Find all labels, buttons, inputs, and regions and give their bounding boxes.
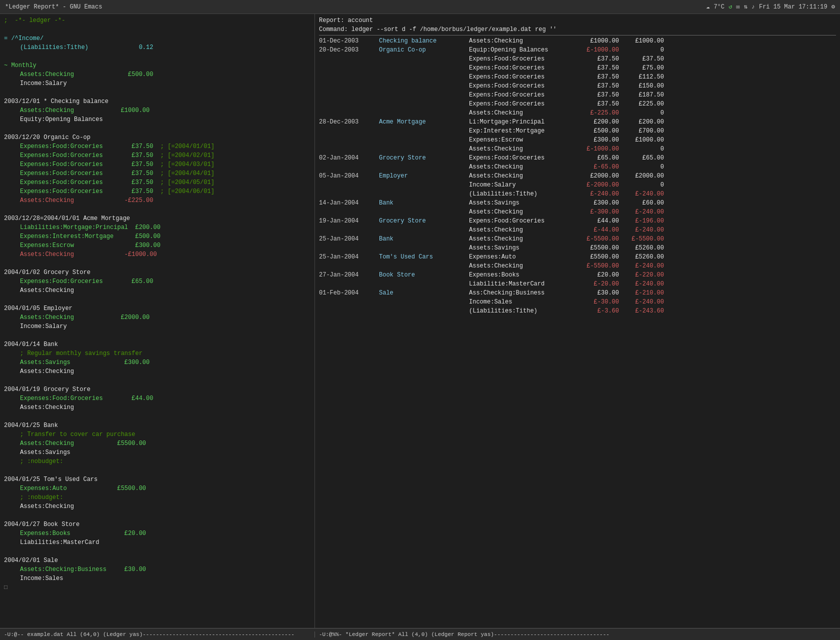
line-books-20: Expenses:Books £20.00 — [4, 529, 310, 538]
table-row: Income:Sales £-30.00 £-240.00 — [319, 298, 836, 306]
table-row: Assets:Savings £5500.00 £5260.00 — [319, 244, 836, 252]
left-pane[interactable]: ; -*- ledger -*- = /^Income/ (Liabilitie… — [0, 14, 315, 628]
line-checking-2000: Assets:Checking £2000.00 — [4, 313, 310, 322]
spacer-6 — [4, 259, 310, 268]
spacer-3 — [4, 88, 310, 97]
line-2004-02-01: 2004/02/01 Sale — [4, 556, 310, 565]
table-row: (Liabilities:Tithe) £-240.00 £-240.00 — [319, 190, 836, 198]
table-row: Expens:Food:Groceries £37.50 £150.00 — [319, 82, 836, 90]
line-2004-01-02: 2004/01/02 Grocery Store — [4, 268, 310, 277]
line-checking-5500: Assets:Checking £5500.00 — [4, 439, 310, 448]
line-checking-1000: Assets:Checking -£1000.00 — [4, 250, 310, 259]
spacer-8 — [4, 331, 310, 340]
line-2003-12-01: 2003/12/01 * Checking balance — [4, 97, 310, 106]
report-divider — [319, 35, 836, 36]
spacer-12 — [4, 511, 310, 520]
mail-icon[interactable]: ✉ — [736, 3, 740, 10]
right-pane[interactable]: Report: account Command: ledger --sort d… — [315, 14, 840, 628]
line-savings-300: Assets:Savings £300.00 — [4, 358, 310, 367]
report-header-command: Command: ledger --sort d -f /home/borbus… — [319, 25, 836, 34]
statusbar-left-text: -U:@-- example.dat All (64,0) (Ledger ya… — [4, 632, 294, 638]
spacer-11 — [4, 466, 310, 475]
line-monthly: ~ Monthly — [4, 61, 310, 70]
volume-icon[interactable]: ♪ — [752, 4, 755, 10]
spacer-5 — [4, 205, 310, 214]
line-2004-01-25-cars: 2004/01/25 Tom's Used Cars — [4, 475, 310, 484]
line-2004-01-25-bank: 2004/01/25 Bank — [4, 421, 310, 430]
line-groceries-2: Expenses:Food:Groceries £37.50 ; [=2004/… — [4, 151, 310, 160]
settings-icon[interactable]: ⚙ — [832, 3, 835, 10]
spacer-1 — [4, 25, 310, 34]
line-groceries-44: Expenses:Food:Groceries £44.00 — [4, 394, 310, 403]
line-groceries-4: Expenses:Food:Groceries £37.50 ; [=2004/… — [4, 169, 310, 178]
line-2004-01-05: 2004/01/05 Employer — [4, 304, 310, 313]
table-row: 01-Dec-2003 Checking balance Assets:Chec… — [319, 36, 836, 46]
table-row: 25-Jan-2004 Tom's Used Cars Expenses:Aut… — [319, 252, 836, 262]
line-checking-3: Assets:Checking — [4, 367, 310, 376]
line-groceries-5: Expenses:Food:Groceries £37.50 ; [=2004/… — [4, 178, 310, 187]
line-mortgage-principal: Liabilities:Mortgage:Principal £200.00 — [4, 223, 310, 232]
line-2003-12-20: 2003/12/20 Organic Co-op — [4, 133, 310, 142]
table-row: 05-Jan-2004 Employer Assets:Checking £20… — [319, 172, 836, 180]
temperature: 7°C — [714, 4, 724, 10]
line-comment-car: ; Transfer to cover car purchase — [4, 430, 310, 439]
line-income-salary-2: Income:Salary — [4, 322, 310, 331]
table-row: Expens:Food:Groceries £37.50 £37.50 — [319, 54, 836, 64]
line-groceries-1: Expenses:Food:Groceries £37.50 ; [=2004/… — [4, 142, 310, 151]
line-2004-01-19: 2004/01/19 Grocery Store — [4, 385, 310, 394]
table-row: 25-Jan-2004 Bank Assets:Checking £-5500.… — [319, 234, 836, 244]
line-groceries-65: Expenses:Food:Groceries £65.00 — [4, 277, 310, 286]
line-cursor: □ — [4, 583, 310, 592]
line-auto-5500: Expenses:Auto £5500.00 — [4, 484, 310, 493]
table-row: 01-Feb-2004 Sale Ass:Checking:Business £… — [319, 288, 836, 298]
table-row: 14-Jan-2004 Bank Assets:Savings £300.00 … — [319, 198, 836, 208]
table-row: Expens:Food:Groceries £37.50 £112.50 — [319, 72, 836, 82]
line-income-salary-1: Income:Salary — [4, 79, 310, 88]
line-assets-1000: Assets:Checking £1000.00 — [4, 106, 310, 115]
table-row: 20-Dec-2003 Organic Co-op Equip:Opening … — [319, 46, 836, 54]
line-income-eq: = /^Income/ — [4, 34, 310, 43]
line-checking-2: Assets:Checking — [4, 286, 310, 295]
refresh-icon[interactable]: ↺ — [728, 3, 732, 10]
line-2004-01-14: 2004/01/14 Bank — [4, 340, 310, 349]
table-row: Exp:Interest:Mortgage £500.00 £700.00 — [319, 126, 836, 136]
table-row: Income:Salary £-2000.00 0 — [319, 180, 836, 190]
titlebar-right: ☁ 7°C ↺ ✉ ⇅ ♪ Fri 15 Mar 17:11:19 ⚙ — [706, 3, 835, 10]
line-groceries-6: Expenses:Food:Groceries £37.50 ; [=2004/… — [4, 187, 310, 196]
table-row: Assets:Checking £-1000.00 0 — [319, 144, 836, 154]
table-row: Expens:Food:Groceries £37.50 £225.00 — [319, 100, 836, 108]
line-checking-4: Assets:Checking — [4, 403, 310, 412]
table-row: Assets:Checking £-44.00 £-240.00 — [319, 226, 836, 234]
line-groceries-3: Expenses:Food:Groceries £37.50 ; [=2004/… — [4, 160, 310, 169]
line-savings-1: Assets:Savings — [4, 448, 310, 457]
titlebar-title: *Ledger Report* - GNU Emacs — [5, 4, 102, 10]
line-nobudget-2: ; :nobudget: — [4, 493, 310, 502]
report-header-label: Report: account — [319, 16, 836, 25]
line-interest-mortgage: Expenses:Interest:Mortgage £500.00 — [4, 232, 310, 241]
table-row: Liabilitie:MasterCard £-20.00 £-240.00 — [319, 280, 836, 288]
line-mastercard: Liabilities:MasterCard — [4, 538, 310, 547]
line-checking-500: Assets:Checking £500.00 — [4, 70, 310, 79]
line-tithe: (Liabilities:Tithe) 0.12 — [4, 43, 310, 52]
table-row: 19-Jan-2004 Grocery Store Expens:Food:Gr… — [319, 216, 836, 226]
table-row: Expens:Food:Groceries £37.50 £75.00 — [319, 64, 836, 72]
table-row: Assets:Checking £-300.00 £-240.00 — [319, 208, 836, 216]
spacer-2 — [4, 52, 310, 61]
spacer-10 — [4, 412, 310, 421]
spacer-13 — [4, 547, 310, 556]
table-row: Assets:Checking £-5500.00 £-240.00 — [319, 262, 836, 270]
line-escrow: Expenses:Escrow £300.00 — [4, 241, 310, 250]
line-checking-business-30: Assets:Checking:Business £30.00 — [4, 565, 310, 574]
line-equity: Equity:Opening Balances — [4, 115, 310, 124]
main-container: ; -*- ledger -*- = /^Income/ (Liabilitie… — [0, 14, 840, 628]
line-2003-12-28: 2003/12/28=2004/01/01 Acme Mortgage — [4, 214, 310, 223]
table-row: Assets:Checking £-65.00 0 — [319, 162, 836, 172]
statusbar-left: -U:@-- example.dat All (64,0) (Ledger ya… — [0, 632, 315, 638]
line-checking-225: Assets:Checking -£225.00 — [4, 196, 310, 205]
statusbar: -U:@-- example.dat All (64,0) (Ledger ya… — [0, 628, 840, 640]
statusbar-right-text: -U:@%%- *Ledger Report* All (4,0) (Ledge… — [319, 632, 610, 638]
datetime: Fri 15 Mar 17:11:19 — [759, 4, 828, 10]
weather-icon: ☁ — [706, 3, 710, 10]
network-icon: ⇅ — [744, 3, 748, 10]
table-row: Expenses:Escrow £300.00 £1000.00 — [319, 136, 836, 144]
